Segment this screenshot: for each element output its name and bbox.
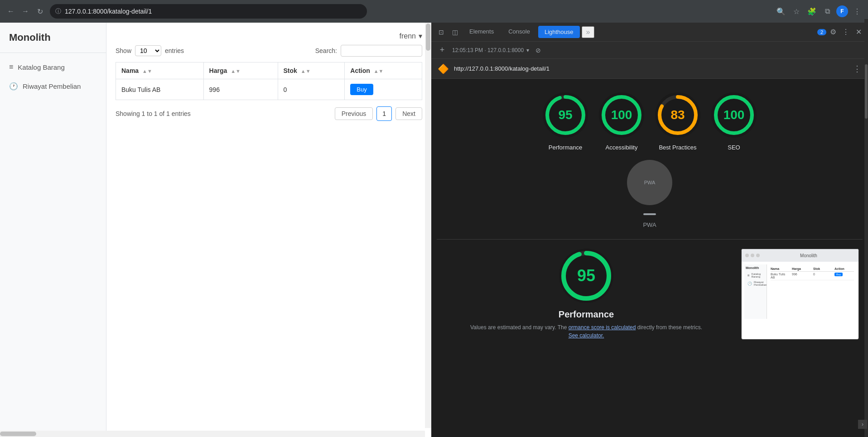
sidebar-label-riwayat: Riwayat Pembelian	[23, 82, 81, 90]
webpage-area: Monolith ≡ Katalog Barang 🕐 Riwayat Pemb…	[0, 23, 431, 437]
tab-console[interactable]: Console	[502, 25, 536, 38]
more-options-icon[interactable]: ⋮	[851, 5, 863, 18]
thumb-sidebar-katalog: ≡ Katalog Barang	[746, 271, 765, 279]
pagination-controls: Previous 1 Next	[335, 106, 422, 121]
pagination-area: Showing 1 to 1 of 1 entries Previous 1 N…	[116, 106, 422, 121]
score-card-pwa[interactable]: PWA PWA	[627, 160, 672, 228]
horizontal-scrollbar[interactable]	[0, 431, 425, 437]
forward-button[interactable]: →	[19, 5, 32, 18]
address-bar[interactable]: ⓘ 127.0.0.1:8000/katalog-detail/1	[50, 4, 367, 19]
data-table: Nama ▲▼ Harga ▲▼ Stok ▲▼	[116, 62, 422, 100]
clock-icon: 🕐	[9, 82, 18, 91]
page-content: frenn ▾ Show 10 25 50 100 entrie	[106, 23, 431, 437]
pwa-circle: PWA	[627, 160, 672, 205]
page-header: frenn ▾	[116, 32, 422, 40]
scroll-right-icon: ›	[862, 421, 863, 427]
screenshot-thumbnail: Monolith Monolith ≡ Katalog Barang	[741, 249, 859, 340]
devtools-panel: ⊡ ◫ Elements Console Lighthouse » 2 ⚙ ⋮ …	[431, 23, 868, 437]
search-icon[interactable]: 🔍	[775, 5, 787, 18]
performance-circle-large: 95	[559, 249, 613, 303]
sidebar-nav: ≡ Katalog Barang 🕐 Riwayat Pembelian	[0, 53, 106, 101]
lighthouse-target-bar: 🔶 http://127.0.0.1:8000/katalog-detail/1…	[431, 59, 868, 79]
vertical-scrollbar[interactable]	[425, 23, 431, 428]
sidebar-item-katalog[interactable]: ≡ Katalog Barang	[0, 58, 106, 77]
back-button[interactable]: ←	[5, 5, 17, 18]
thumb-content: Monolith ≡ Katalog Barang 🕐 Riwayat Pemb…	[742, 262, 858, 322]
split-view-icon[interactable]: ⧉	[821, 5, 834, 18]
more-tabs-icon[interactable]: »	[582, 26, 595, 38]
performance-circle: 95	[543, 92, 588, 138]
tab-elements[interactable]: Elements	[463, 25, 500, 38]
thumb-col-harga: Harga	[792, 267, 811, 270]
show-entries-select[interactable]: 10 25 50 100	[135, 45, 161, 56]
score-card-best-practices[interactable]: 83 Best Practices	[655, 92, 700, 151]
add-report-button[interactable]: +	[437, 45, 448, 56]
sidebar: Monolith ≡ Katalog Barang 🕐 Riwayat Pemb…	[0, 23, 106, 437]
performance-description: Values are estimated and may vary. The o…	[470, 323, 702, 340]
score-card-seo[interactable]: 100 SEO	[711, 92, 757, 151]
thumb-dot-2	[751, 254, 754, 257]
close-devtools-icon[interactable]: ✕	[853, 26, 864, 38]
accessibility-value: 100	[611, 108, 632, 122]
buy-button[interactable]: Buy	[350, 84, 373, 95]
user-chevron-icon: ▾	[419, 32, 422, 40]
pwa-dash	[643, 213, 656, 215]
extension-icon[interactable]: 🧩	[805, 5, 818, 18]
col-header-stok[interactable]: Stok ▲▼	[278, 62, 345, 79]
accessibility-circle: 100	[599, 92, 644, 138]
user-menu[interactable]: frenn ▾	[400, 32, 422, 40]
thumb-title: Monolith	[800, 253, 817, 258]
clear-button[interactable]: ⊘	[534, 46, 543, 55]
more-options-icon[interactable]: ⋮	[840, 26, 852, 38]
sort-icon-action: ▲▼	[374, 68, 384, 74]
avatar[interactable]: F	[836, 5, 848, 17]
devtools-window-buttons: 2 ⚙ ⋮ ✕	[817, 26, 864, 38]
lighthouse-content: 🔶 http://127.0.0.1:8000/katalog-detail/1…	[431, 59, 868, 437]
next-button[interactable]: Next	[395, 107, 422, 120]
devtools-subbar: + 12:05:13 PM · 127.0.0.1:8000 ▾ ⊘	[431, 42, 868, 59]
devtools-scrollbar-thumb[interactable]	[865, 64, 868, 119]
col-header-nama[interactable]: Nama ▲▼	[116, 62, 204, 79]
performance-detail: 95 Performance Values are estimated and …	[440, 249, 732, 340]
score-cards: 95 Performance 100 Accessibility	[431, 79, 868, 160]
previous-button[interactable]: Previous	[335, 107, 373, 120]
page-number: 1	[376, 106, 392, 121]
chevron-down-icon: ▾	[526, 47, 529, 53]
col-header-action[interactable]: Action ▲▼	[345, 62, 422, 79]
cell-harga: 996	[203, 79, 278, 100]
thumb-dots	[745, 254, 760, 257]
see-calculator-link[interactable]: See calculator.	[569, 332, 604, 339]
col-header-harga[interactable]: Harga ▲▼	[203, 62, 278, 79]
best-practices-label: Best Practices	[659, 144, 696, 151]
scroll-right-button[interactable]: ›	[858, 420, 867, 429]
perf-desc-prefix: Values are estimated and may vary. The	[470, 324, 569, 331]
thumb-clock-icon: 🕐	[747, 282, 752, 286]
search-input[interactable]	[341, 45, 422, 57]
perf-score-link[interactable]: ormance score is calculated	[569, 324, 636, 331]
browser-chrome: ← → ↻ ⓘ 127.0.0.1:8000/katalog-detail/1 …	[0, 0, 868, 23]
thumb-row-harga: 996	[792, 273, 811, 279]
pwa-label: PWA	[643, 221, 656, 228]
inspect-icon[interactable]: ⊡	[435, 26, 448, 38]
score-card-accessibility[interactable]: 100 Accessibility	[599, 92, 644, 151]
settings-icon[interactable]: ⚙	[827, 26, 839, 38]
device-icon[interactable]: ◫	[448, 26, 461, 38]
score-card-performance[interactable]: 95 Performance	[543, 92, 588, 151]
thumb-row-nama: Buku Tulis AB	[771, 273, 790, 279]
url-text: 127.0.0.1:8000/katalog-detail/1	[65, 8, 362, 15]
performance-label: Performance	[549, 144, 582, 151]
thumb-col-nama: Nama	[771, 267, 790, 270]
best-practices-value: 83	[670, 108, 685, 122]
browser-nav-buttons: ← → ↻	[5, 5, 46, 18]
target-more-button[interactable]: ⋮	[852, 63, 863, 74]
thumb-buy-btn: Buy	[834, 273, 843, 276]
accessibility-label: Accessibility	[606, 144, 638, 151]
thumb-header: Monolith	[742, 249, 858, 262]
tab-lighthouse[interactable]: Lighthouse	[538, 26, 580, 38]
bookmark-icon[interactable]: ☆	[790, 5, 803, 18]
performance-value-large: 95	[577, 266, 595, 285]
lighthouse-orange-icon: 🔶	[437, 62, 449, 75]
reload-button[interactable]: ↻	[34, 5, 46, 18]
sidebar-item-riwayat[interactable]: 🕐 Riwayat Pembelian	[0, 77, 106, 96]
scrollbar-thumb	[426, 24, 430, 51]
